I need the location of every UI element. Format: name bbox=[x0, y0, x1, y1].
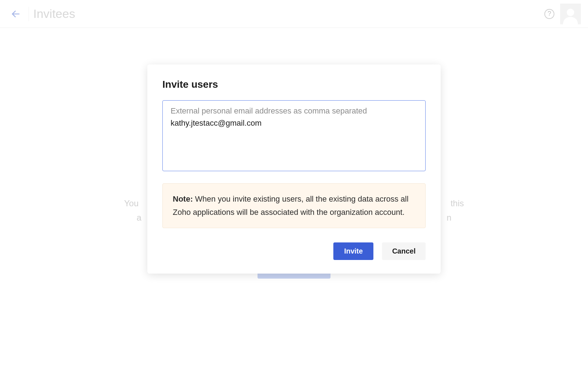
email-input[interactable]: kathy.jtestacc@gmail.com bbox=[171, 119, 417, 162]
invite-users-modal: Invite users External personal email add… bbox=[147, 64, 441, 274]
invite-button[interactable]: Invite bbox=[333, 242, 373, 260]
email-input-label: External personal email addresses as com… bbox=[171, 106, 417, 116]
email-input-wrapper[interactable]: External personal email addresses as com… bbox=[162, 100, 426, 171]
modal-title: Invite users bbox=[162, 79, 426, 90]
modal-overlay: Invite users External personal email add… bbox=[0, 0, 588, 376]
note-label: Note: bbox=[173, 194, 193, 203]
modal-actions: Invite Cancel bbox=[162, 242, 426, 260]
cancel-button[interactable]: Cancel bbox=[382, 242, 426, 260]
note-box: Note: When you invite existing users, al… bbox=[162, 183, 426, 228]
note-text: When you invite existing users, all the … bbox=[173, 194, 408, 217]
